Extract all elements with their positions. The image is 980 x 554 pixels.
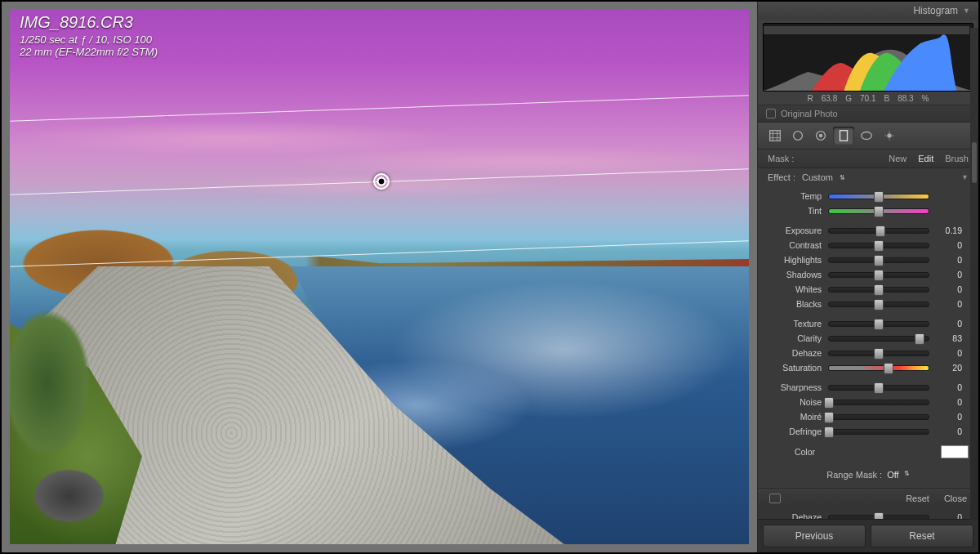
crop-tool[interactable] — [764, 127, 786, 145]
slider-thumb[interactable] — [824, 427, 834, 438]
histogram-panel-header[interactable]: Histogram ▼ — [758, 2, 978, 20]
slider-value: 20 — [936, 363, 962, 373]
slider-texture[interactable]: Texture0 — [766, 316, 970, 331]
slider-track[interactable] — [828, 400, 929, 405]
slider-thumb[interactable] — [874, 270, 884, 281]
slider-thumb[interactable] — [915, 333, 924, 345]
mask-mode-row: Mask : New Edit Brush — [758, 150, 978, 168]
slider-blacks[interactable]: Blacks0 — [766, 297, 970, 311]
redeye-tool[interactable] — [810, 127, 831, 145]
slider-thumb[interactable] — [874, 255, 884, 266]
triangle-down-icon: ▼ — [963, 7, 970, 15]
graduated-filter-pin[interactable] — [373, 173, 390, 190]
slider-whites[interactable]: Whites0 — [766, 282, 970, 297]
slider-track[interactable] — [828, 194, 929, 199]
triangle-down-icon[interactable]: ▼ — [961, 173, 969, 181]
slider-track[interactable] — [828, 243, 929, 248]
adjustments-scroll[interactable]: Effect : Custom ⇅ ▼ TempTintExposure0.19… — [758, 168, 978, 519]
image-lens-meta: 22 mm (EF-M22mm f/2 STM) — [20, 46, 158, 58]
effect-row[interactable]: Effect : Custom ⇅ ▼ — [758, 168, 978, 186]
slider-track[interactable] — [828, 287, 929, 293]
slider-label: Exposure — [774, 226, 822, 235]
slider-track[interactable] — [828, 385, 929, 391]
slider-label: Blacks — [774, 299, 822, 309]
slider-thumb[interactable] — [875, 226, 885, 237]
slider-track[interactable] — [828, 272, 929, 278]
reset-button[interactable]: Reset — [871, 525, 973, 547]
slider-thumb[interactable] — [884, 363, 893, 374]
color-row[interactable]: Color — [758, 440, 978, 463]
slider-track[interactable] — [828, 302, 929, 307]
right-panel: Histogram ▼ ◤ ◥ R 63.8 G 70.1 B 88.3 % — [757, 2, 978, 552]
color-label: Color — [768, 447, 815, 457]
readout-pct: % — [922, 94, 929, 103]
mask-brush[interactable]: Brush — [945, 154, 969, 163]
spot-removal-tool[interactable] — [787, 127, 808, 145]
checkbox-icon[interactable] — [766, 109, 776, 118]
before-after-icon[interactable] — [769, 494, 781, 503]
slider-thumb[interactable] — [874, 319, 884, 330]
slider-track[interactable] — [828, 208, 929, 214]
brush-tool[interactable] — [879, 127, 900, 145]
original-photo-toggle[interactable]: Original Photo — [758, 105, 978, 123]
slider-thumb[interactable] — [874, 206, 884, 217]
slider-track[interactable] — [828, 336, 929, 342]
slider-moiré[interactable]: Moiré0 — [766, 409, 970, 424]
slider-track[interactable] — [828, 365, 929, 371]
color-swatch[interactable] — [941, 445, 969, 458]
app-root: IMG_8916.CR3 1/250 sec at ƒ / 10, ISO 10… — [0, 0, 980, 554]
graduated-filter-tool[interactable] — [833, 127, 854, 145]
previous-button[interactable]: Previous — [763, 525, 866, 547]
slider-sharpness[interactable]: Sharpness0 — [766, 380, 970, 395]
tool-strip — [758, 123, 978, 150]
slider-track[interactable] — [828, 414, 929, 420]
slider-label: Clarity — [774, 333, 822, 343]
effect-value[interactable]: Custom — [802, 172, 833, 182]
dropdown-indicator-icon: ⇅ — [840, 174, 845, 181]
slider-thumb[interactable] — [874, 191, 884, 203]
slider-noise[interactable]: Noise0 — [766, 395, 970, 409]
image-preview[interactable]: IMG_8916.CR3 1/250 sec at ƒ / 10, ISO 10… — [2, 2, 757, 552]
slider-thumb[interactable] — [874, 240, 884, 252]
slider-thumb[interactable] — [874, 299, 884, 311]
slider-label: Highlights — [774, 255, 822, 265]
slider-value: 0 — [936, 412, 962, 422]
radial-filter-tool[interactable] — [856, 127, 877, 145]
slider-dehaze[interactable]: Dehaze0 — [766, 510, 970, 519]
panel-scrollbar[interactable] — [970, 28, 978, 520]
slider-contrast[interactable]: Contrast0 — [766, 238, 970, 252]
slider-track[interactable] — [828, 351, 929, 356]
slider-tint[interactable]: Tint — [766, 203, 970, 218]
mask-label: Mask : — [768, 154, 794, 163]
slider-thumb[interactable] — [874, 284, 884, 296]
slider-defringe[interactable]: Defringe0 — [766, 424, 970, 439]
slider-clarity[interactable]: Clarity83 — [766, 331, 970, 346]
slider-track[interactable] — [828, 257, 929, 263]
slider-dehaze[interactable]: Dehaze0 — [766, 346, 970, 360]
range-mask-row[interactable]: Range Mask : Off ⇅ — [758, 463, 978, 488]
filter-reset-button[interactable]: Reset — [906, 494, 929, 503]
mask-new[interactable]: New — [889, 154, 906, 163]
slider-track[interactable] — [828, 429, 929, 435]
slider-value: 83 — [936, 333, 962, 343]
slider-thumb[interactable] — [874, 512, 884, 520]
slider-saturation[interactable]: Saturation20 — [766, 360, 970, 375]
slider-thumb[interactable] — [874, 382, 884, 394]
range-mask-value[interactable]: Off — [887, 470, 898, 480]
histogram-title: Histogram — [913, 5, 958, 16]
slider-track[interactable] — [828, 321, 929, 327]
svg-point-9 — [862, 132, 872, 140]
slider-shadows[interactable]: Shadows0 — [766, 267, 970, 282]
mask-edit[interactable]: Edit — [918, 154, 933, 163]
slider-thumb[interactable] — [824, 397, 834, 409]
filter-close-button[interactable]: Close — [944, 494, 967, 503]
slider-thumb[interactable] — [874, 348, 884, 360]
slider-thumb[interactable] — [824, 412, 834, 423]
histogram-display[interactable]: ◤ ◥ — [763, 23, 973, 92]
svg-point-7 — [819, 134, 823, 138]
slider-track[interactable] — [828, 228, 929, 234]
slider-temp[interactable]: Temp — [766, 189, 970, 203]
slider-track[interactable] — [828, 515, 929, 520]
slider-exposure[interactable]: Exposure0.19 — [766, 223, 970, 238]
slider-highlights[interactable]: Highlights0 — [766, 252, 970, 267]
